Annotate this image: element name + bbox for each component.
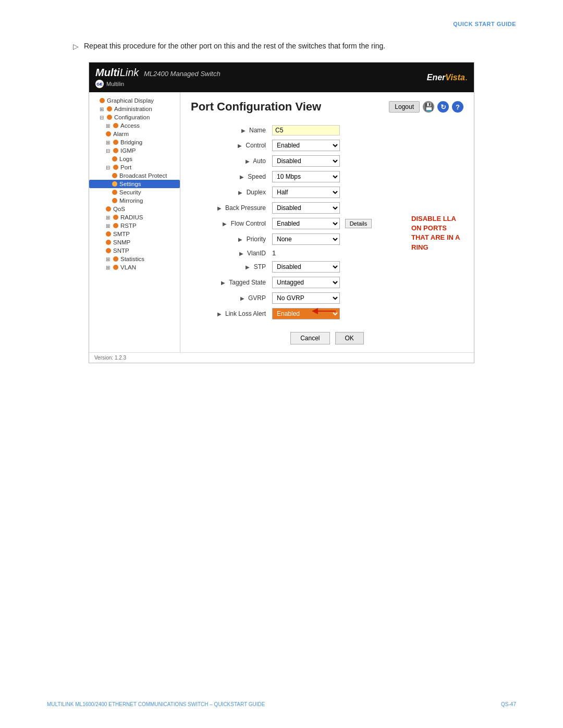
logout-button[interactable]: Logout [389, 101, 420, 113]
switch-model: ML2400 Managed Switch [144, 70, 221, 78]
form-actions: Cancel OK [191, 328, 463, 344]
field-value-speed[interactable]: 10 Mbps 100 Mbps [269, 169, 463, 184]
field-value-control[interactable]: Enabled Disabled [269, 138, 463, 153]
sidebar-item-vlan[interactable]: ⊞ VLAN [89, 263, 180, 272]
dot-icon [112, 198, 117, 203]
sidebar-item-smtp[interactable]: SMTP [89, 230, 180, 238]
field-value-tagged-state[interactable]: Untagged Tagged [269, 275, 463, 290]
sidebar-item-security[interactable]: Security [89, 188, 180, 196]
field-value-auto[interactable]: Disabled Enabled [269, 153, 463, 169]
dot-icon [113, 215, 118, 220]
refresh-icon[interactable]: ↻ [437, 101, 449, 113]
stp-select[interactable]: Disabled Enabled [272, 261, 340, 273]
sidebar-item-configuration[interactable]: ⊟ Configuration [89, 113, 180, 121]
field-row-name: ▶ Name [191, 123, 463, 138]
sidebar-item-radius[interactable]: ⊞ RADIUS [89, 213, 180, 221]
sidebar-item-statistics[interactable]: ⊞ Statistics [89, 255, 180, 263]
footer-left: MULTILINK ML1600/2400 ETHERNET COMMUNICA… [47, 701, 265, 707]
sidebar-item-bridging[interactable]: ⊞ Bridging [89, 138, 180, 146]
priority-select[interactable]: None 1 2 [272, 233, 340, 245]
field-label-link-loss-alert: ▶ Link Loss Alert [191, 306, 269, 322]
sidebar-item-qos[interactable]: QoS [89, 205, 180, 213]
sidebar-item-snmp[interactable]: SNMP [89, 238, 180, 246]
control-select[interactable]: Enabled Disabled [272, 140, 340, 151]
flow-control-select[interactable]: Enabled Disabled [272, 218, 340, 229]
sidebar-item-settings[interactable]: Settings [89, 180, 180, 188]
panel-title: Port Configuration View [191, 100, 321, 114]
dot-icon [112, 173, 117, 178]
auto-select[interactable]: Disabled Enabled [272, 155, 340, 167]
field-row-duplex: ▶ Duplex Half Full [191, 184, 463, 200]
name-input[interactable] [272, 125, 340, 135]
form-container: ▶ Name ▶ Control Enabled [191, 123, 463, 344]
field-label-auto: ▶ Auto [191, 153, 269, 169]
enervista-logo: EnerVista. [427, 72, 468, 83]
field-value-name[interactable] [269, 123, 463, 138]
field-label-vlanid: ▶ VlanID [191, 247, 269, 259]
dot-icon [107, 106, 112, 112]
field-row-control: ▶ Control Enabled Disabled [191, 138, 463, 153]
field-value-gvrp[interactable]: No GVRP GVRP [269, 290, 463, 306]
sidebar-item-broadcast-protect[interactable]: Broadcast Protect [89, 171, 180, 180]
sidebar-item-administration[interactable]: ⊞ Administration [89, 105, 180, 113]
expand-icon: ⊞ [106, 223, 110, 229]
callout-line4: RING [411, 243, 469, 252]
field-value-stp[interactable]: Disabled Enabled [269, 259, 463, 275]
details-button[interactable]: Details [345, 219, 372, 228]
field-value-duplex[interactable]: Half Full [269, 184, 463, 200]
dot-icon [113, 165, 118, 170]
help-icon[interactable]: ? [452, 101, 463, 113]
dot-icon [106, 240, 111, 245]
vlanid-value: 1 [272, 249, 276, 257]
sidebar-item-graphical-display[interactable]: Graphical Display [89, 96, 180, 105]
panel-actions: Logout 💾 ↻ ? [389, 101, 463, 113]
version-label: Version: 1.2.3 [89, 352, 474, 363]
duplex-select[interactable]: Half Full [272, 187, 340, 198]
sidebar-item-rstp[interactable]: ⊞ RSTP [89, 221, 180, 230]
save-icon[interactable]: 💾 [423, 101, 434, 113]
dot-icon [113, 123, 118, 128]
cancel-button[interactable]: Cancel [290, 332, 329, 344]
field-row-auto: ▶ Auto Disabled Enabled [191, 153, 463, 169]
dot-icon [106, 131, 111, 137]
sidebar-item-port[interactable]: ⊟ Port [89, 163, 180, 171]
expand-icon: ⊟ [106, 148, 110, 154]
expand-icon: ⊞ [106, 215, 110, 220]
instruction-arrow: ▷ [73, 42, 79, 51]
expand-icon: ⊟ [100, 115, 104, 120]
ok-button[interactable]: OK [335, 332, 364, 344]
switch-brand-area: MultiLink ML2400 Managed Switch GE Multi… [95, 67, 221, 88]
sidebar: Graphical Display ⊞ Administration ⊟ Con… [89, 92, 180, 352]
quick-start-label: QUICK START GUIDE [453, 21, 516, 27]
sidebar-item-logs[interactable]: Logs [89, 155, 180, 163]
sidebar-item-igmp[interactable]: ⊟ IGMP [89, 146, 180, 155]
field-row-tagged-state: ▶ Tagged State Untagged Tagged [191, 275, 463, 290]
dot-icon [106, 248, 111, 253]
field-row-stp: ▶ STP Disabled Enabled [191, 259, 463, 275]
dot-icon [113, 265, 118, 270]
field-label-back-pressure: ▶ Back Pressure [191, 200, 269, 216]
field-label-gvrp: ▶ GVRP [191, 290, 269, 306]
tagged-state-select[interactable]: Untagged Tagged [272, 277, 340, 288]
back-pressure-select[interactable]: Disabled Enabled [272, 202, 340, 214]
field-label-name: ▶ Name [191, 123, 269, 138]
sidebar-item-access[interactable]: ⊞ Access [89, 121, 180, 130]
instruction-block: ▷ Repeat this procedure for the other po… [52, 42, 511, 51]
dot-icon [112, 181, 117, 187]
sidebar-item-mirroring[interactable]: Mirroring [89, 196, 180, 205]
sidebar-item-sntp[interactable]: SNTP [89, 246, 180, 255]
field-value-link-loss-alert[interactable]: Enabled Disabled [269, 306, 463, 322]
sidebar-item-alarm[interactable]: Alarm [89, 130, 180, 138]
expand-icon: ⊟ [106, 165, 110, 170]
field-label-duplex: ▶ Duplex [191, 184, 269, 200]
expand-icon: ⊞ [106, 140, 110, 145]
callout-line1: DISABLE LLA [411, 214, 469, 224]
panel-title-bar: Port Configuration View Logout 💾 ↻ ? [191, 100, 463, 114]
callout-line2: ON PORTS [411, 224, 469, 233]
gvrp-select[interactable]: No GVRP GVRP [272, 292, 340, 304]
expand-icon: ⊞ [106, 123, 110, 129]
field-label-flow-control: ▶ Flow Control [191, 216, 269, 231]
speed-select[interactable]: 10 Mbps 100 Mbps [272, 171, 340, 182]
dot-icon [112, 190, 117, 195]
field-value-back-pressure[interactable]: Disabled Enabled [269, 200, 463, 216]
